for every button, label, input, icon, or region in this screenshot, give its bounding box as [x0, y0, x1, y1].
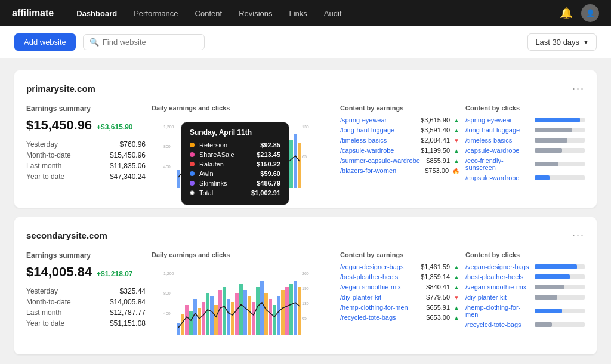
- tooltip-row: Refersion $92.85: [190, 141, 280, 149]
- click-row: /vegan-smoothie-mix: [465, 283, 585, 291]
- chart-tooltip: Sunday, April 11th Refersion $92.85 Shar…: [181, 122, 289, 205]
- content-clicks-label: Content by clicks: [465, 251, 585, 258]
- svg-rect-49: [223, 287, 226, 335]
- tooltip-row: Skimlinks $486.79: [190, 180, 280, 187]
- earnings-summary-0: Earnings summary $15,450.96 +$3,615.90 Y…: [26, 104, 146, 196]
- add-website-button[interactable]: Add website: [14, 33, 76, 51]
- content-earnings-row: /spring-eyewear $3,615.90 ▲: [340, 116, 459, 124]
- nav-logo: affilimate: [12, 8, 54, 18]
- svg-text:400: 400: [163, 165, 171, 169]
- content-path[interactable]: /hemp-clothing-for-men: [340, 304, 422, 311]
- earnings-row: Yesterday $325.44: [26, 287, 146, 295]
- click-path[interactable]: /vegan-smoothie-mix: [465, 283, 531, 291]
- click-row: /long-haul-luggage: [465, 127, 585, 134]
- click-path[interactable]: /recycled-tote-bags: [465, 321, 531, 328]
- navbar: affilimate Dashboard Performance Content…: [0, 0, 611, 26]
- search-icon: 🔍: [90, 38, 99, 47]
- svg-rect-30: [289, 140, 293, 188]
- content-amount: $3,591.40: [421, 127, 450, 134]
- card-menu-1[interactable]: ···: [572, 229, 585, 242]
- click-bar-wrap: [535, 285, 585, 289]
- trend-icon: ▲: [453, 274, 459, 280]
- svg-rect-56: [252, 302, 255, 335]
- nav-link-content[interactable]: Content: [195, 9, 223, 18]
- nav-right: 🔔 👤: [560, 4, 599, 22]
- content-path[interactable]: /timeless-basics: [340, 137, 417, 144]
- click-path[interactable]: /diy-planter-kit: [465, 294, 531, 301]
- click-path[interactable]: /hemp-clothing-for-men: [465, 304, 531, 318]
- tooltip-title: Sunday, April 11th: [190, 128, 280, 137]
- content-clicks-table-0: Content by clicks /spring-eyewear /long-…: [465, 104, 585, 196]
- content-path[interactable]: /capsule-wardrobe: [340, 147, 417, 154]
- avatar[interactable]: 👤: [581, 4, 599, 22]
- click-row: /best-pleather-heels: [465, 273, 585, 280]
- click-path[interactable]: /best-pleather-heels: [465, 273, 531, 280]
- svg-text:800: 800: [163, 291, 171, 295]
- click-path[interactable]: /capsule-wardrobe: [465, 174, 531, 181]
- content-path[interactable]: /recycled-tote-bags: [340, 314, 422, 321]
- earnings-row-value: $47,340.24: [110, 172, 146, 181]
- click-row: /recycled-tote-bags: [465, 321, 585, 328]
- content-path[interactable]: /vegan-smoothie-mix: [340, 283, 422, 291]
- svg-rect-42: [193, 299, 197, 335]
- nav-link-links[interactable]: Links: [289, 9, 307, 18]
- click-path[interactable]: /timeless-basics: [465, 137, 531, 144]
- content-path[interactable]: /blazers-for-women: [340, 167, 421, 174]
- svg-rect-51: [231, 302, 234, 335]
- content-path[interactable]: /summer-capsule-wardrobe: [340, 157, 422, 164]
- click-bar-wrap: [535, 118, 585, 122]
- earnings-row: Last month $12,787.77: [26, 309, 146, 317]
- nav-link-audit[interactable]: Audit: [324, 9, 342, 18]
- click-bar-wrap: [535, 162, 585, 166]
- date-filter[interactable]: Last 30 days ▼: [527, 33, 597, 51]
- earnings-summary-1: Earnings summary $14,005.84 +$1,218.07 Y…: [26, 251, 146, 343]
- earnings-row-label: Year to date: [26, 319, 64, 328]
- click-bar: [535, 148, 562, 153]
- svg-rect-62: [277, 296, 280, 335]
- content-path[interactable]: /vegan-designer-bags: [340, 263, 417, 270]
- svg-rect-67: [298, 287, 301, 335]
- tooltip-dot: [190, 162, 195, 166]
- svg-rect-58: [260, 281, 264, 335]
- content-path[interactable]: /best-pleather-heels: [340, 273, 417, 280]
- bell-icon[interactable]: 🔔: [560, 7, 573, 20]
- content-path[interactable]: /spring-eyewear: [340, 116, 417, 124]
- click-path[interactable]: /spring-eyewear: [465, 116, 531, 124]
- content-amount: $855.91: [426, 157, 450, 164]
- click-path[interactable]: /vegan-designer-bags: [465, 263, 531, 270]
- click-path[interactable]: /eco-friendly-sunscreen: [465, 157, 531, 171]
- tooltip-value: $486.79: [257, 180, 280, 187]
- click-bar: [535, 264, 577, 269]
- nav-link-dashboard[interactable]: Dashboard: [76, 9, 117, 18]
- search-input[interactable]: [103, 38, 198, 47]
- content-earnings-row: /vegan-designer-bags $1,461.59 ▲: [340, 263, 459, 270]
- content-earnings-row: /diy-planter-kit $779.50 ▼: [340, 294, 459, 301]
- content-earnings-table-1: Content by earnings /vegan-designer-bags…: [340, 251, 459, 343]
- content-path[interactable]: /long-haul-luggage: [340, 127, 417, 134]
- chart-svg-wrap: 1,200800400 26019513065: [152, 263, 334, 343]
- content-earnings-table-0: Content by earnings /spring-eyewear $3,6…: [340, 104, 459, 196]
- nav-link-revisions[interactable]: Revisions: [239, 9, 272, 18]
- tooltip-dot: [190, 181, 195, 186]
- svg-text:130: 130: [302, 125, 309, 129]
- nav-link-performance[interactable]: Performance: [134, 9, 178, 18]
- svg-text:800: 800: [163, 144, 171, 149]
- card-menu-0[interactable]: ···: [572, 82, 585, 95]
- click-path[interactable]: /long-haul-luggage: [465, 127, 531, 134]
- click-bar: [535, 322, 552, 327]
- earnings-row: Year to date $51,151.08: [26, 319, 146, 328]
- tooltip-dot: [190, 190, 195, 195]
- click-path[interactable]: /capsule-wardrobe: [465, 147, 531, 154]
- chart-label: Daily earnings and clicks: [152, 104, 334, 112]
- content-earnings-row: /blazers-for-women $753.00 🔥: [340, 167, 459, 174]
- click-row: /capsule-wardrobe: [465, 147, 585, 154]
- content-path[interactable]: /diy-planter-kit: [340, 294, 422, 301]
- click-row: /diy-planter-kit: [465, 294, 585, 301]
- click-row: /vegan-designer-bags: [465, 263, 585, 270]
- click-bar: [535, 138, 567, 143]
- trend-icon: ▲: [453, 158, 459, 164]
- tooltip-value: $1,002.91: [251, 189, 280, 196]
- earnings-row-label: Last month: [26, 309, 61, 317]
- earnings-row: Last month $11,835.06: [26, 162, 146, 170]
- svg-rect-48: [218, 290, 222, 335]
